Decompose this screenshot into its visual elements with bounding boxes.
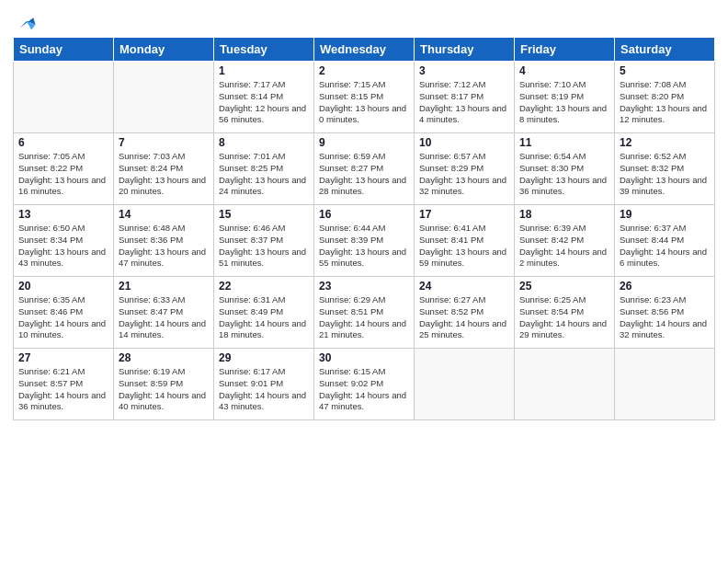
day-number: 24 (419, 280, 509, 293)
calendar-cell (415, 349, 515, 420)
day-number: 7 (119, 136, 209, 149)
day-number: 19 (620, 208, 710, 221)
day-info: Sunrise: 6:31 AM Sunset: 8:49 PM Dayligh… (219, 294, 309, 341)
day-number: 11 (519, 136, 609, 149)
calendar-cell: 21Sunrise: 6:33 AM Sunset: 8:47 PM Dayli… (114, 277, 214, 349)
day-number: 16 (319, 208, 409, 221)
calendar-table: SundayMondayTuesdayWednesdayThursdayFrid… (13, 37, 715, 420)
calendar-cell: 17Sunrise: 6:41 AM Sunset: 8:41 PM Dayli… (415, 205, 515, 277)
day-info: Sunrise: 6:39 AM Sunset: 8:42 PM Dayligh… (519, 223, 609, 270)
logo-icon (17, 11, 37, 31)
calendar-cell: 30Sunrise: 6:15 AM Sunset: 9:02 PM Dayli… (314, 349, 415, 420)
calendar-cell: 6Sunrise: 7:05 AM Sunset: 8:22 PM Daylig… (14, 133, 114, 205)
week-row-2: 13Sunrise: 6:50 AM Sunset: 8:34 PM Dayli… (14, 205, 715, 277)
day-number: 6 (18, 136, 108, 149)
calendar-cell: 13Sunrise: 6:50 AM Sunset: 8:34 PM Dayli… (14, 205, 114, 277)
header-row: SundayMondayTuesdayWednesdayThursdayFrid… (14, 38, 715, 62)
day-number: 27 (18, 351, 108, 364)
calendar-cell: 25Sunrise: 6:25 AM Sunset: 8:54 PM Dayli… (515, 277, 615, 349)
calendar-cell: 27Sunrise: 6:21 AM Sunset: 8:57 PM Dayli… (14, 349, 114, 420)
logo (13, 9, 37, 31)
calendar-cell: 5Sunrise: 7:08 AM Sunset: 8:20 PM Daylig… (615, 62, 715, 133)
day-info: Sunrise: 6:25 AM Sunset: 8:54 PM Dayligh… (519, 294, 609, 341)
day-number: 18 (519, 208, 609, 221)
calendar-cell: 28Sunrise: 6:19 AM Sunset: 8:59 PM Dayli… (114, 349, 214, 420)
day-info: Sunrise: 7:15 AM Sunset: 8:15 PM Dayligh… (319, 79, 409, 126)
day-number: 1 (219, 64, 309, 77)
calendar-cell (114, 62, 214, 133)
header-saturday: Saturday (615, 38, 715, 62)
day-number: 2 (319, 64, 409, 77)
day-number: 17 (419, 208, 509, 221)
day-number: 3 (419, 64, 509, 77)
header-monday: Monday (114, 38, 214, 62)
calendar-cell: 12Sunrise: 6:52 AM Sunset: 8:32 PM Dayli… (615, 133, 715, 205)
calendar-cell: 14Sunrise: 6:48 AM Sunset: 8:36 PM Dayli… (114, 205, 214, 277)
day-info: Sunrise: 7:08 AM Sunset: 8:20 PM Dayligh… (620, 79, 710, 126)
day-number: 5 (620, 64, 710, 77)
header (13, 9, 715, 31)
day-number: 29 (219, 351, 309, 364)
calendar-cell: 11Sunrise: 6:54 AM Sunset: 8:30 PM Dayli… (515, 133, 615, 205)
day-info: Sunrise: 6:29 AM Sunset: 8:51 PM Dayligh… (319, 294, 409, 341)
day-info: Sunrise: 6:44 AM Sunset: 8:39 PM Dayligh… (319, 223, 409, 270)
day-info: Sunrise: 6:46 AM Sunset: 8:37 PM Dayligh… (219, 223, 309, 270)
day-number: 14 (119, 208, 209, 221)
day-info: Sunrise: 6:57 AM Sunset: 8:29 PM Dayligh… (419, 151, 509, 198)
day-number: 12 (620, 136, 710, 149)
day-number: 13 (18, 208, 108, 221)
day-info: Sunrise: 7:17 AM Sunset: 8:14 PM Dayligh… (219, 79, 309, 126)
day-info: Sunrise: 6:33 AM Sunset: 8:47 PM Dayligh… (119, 294, 209, 341)
calendar-cell: 23Sunrise: 6:29 AM Sunset: 8:51 PM Dayli… (314, 277, 415, 349)
day-number: 22 (219, 280, 309, 293)
day-info: Sunrise: 6:35 AM Sunset: 8:46 PM Dayligh… (18, 294, 108, 341)
day-info: Sunrise: 6:17 AM Sunset: 9:01 PM Dayligh… (219, 366, 309, 413)
day-info: Sunrise: 6:59 AM Sunset: 8:27 PM Dayligh… (319, 151, 409, 198)
header-sunday: Sunday (14, 38, 114, 62)
day-info: Sunrise: 6:50 AM Sunset: 8:34 PM Dayligh… (18, 223, 108, 270)
day-info: Sunrise: 6:15 AM Sunset: 9:02 PM Dayligh… (319, 366, 409, 413)
day-info: Sunrise: 6:48 AM Sunset: 8:36 PM Dayligh… (119, 223, 209, 270)
week-row-0: 1Sunrise: 7:17 AM Sunset: 8:14 PM Daylig… (14, 62, 715, 133)
day-number: 10 (419, 136, 509, 149)
day-info: Sunrise: 6:23 AM Sunset: 8:56 PM Dayligh… (620, 294, 710, 341)
page: SundayMondayTuesdayWednesdayThursdayFrid… (0, 0, 728, 563)
calendar-cell: 20Sunrise: 6:35 AM Sunset: 8:46 PM Dayli… (14, 277, 114, 349)
day-info: Sunrise: 6:19 AM Sunset: 8:59 PM Dayligh… (119, 366, 209, 413)
week-row-4: 27Sunrise: 6:21 AM Sunset: 8:57 PM Dayli… (14, 349, 715, 420)
day-number: 20 (18, 280, 108, 293)
calendar-cell: 18Sunrise: 6:39 AM Sunset: 8:42 PM Dayli… (515, 205, 615, 277)
week-row-3: 20Sunrise: 6:35 AM Sunset: 8:46 PM Dayli… (14, 277, 715, 349)
day-info: Sunrise: 6:41 AM Sunset: 8:41 PM Dayligh… (419, 223, 509, 270)
day-info: Sunrise: 7:12 AM Sunset: 8:17 PM Dayligh… (419, 79, 509, 126)
calendar-cell: 4Sunrise: 7:10 AM Sunset: 8:19 PM Daylig… (515, 62, 615, 133)
day-number: 21 (119, 280, 209, 293)
calendar-cell: 3Sunrise: 7:12 AM Sunset: 8:17 PM Daylig… (415, 62, 515, 133)
day-info: Sunrise: 6:27 AM Sunset: 8:52 PM Dayligh… (419, 294, 509, 341)
day-info: Sunrise: 7:01 AM Sunset: 8:25 PM Dayligh… (219, 151, 309, 198)
calendar-cell: 29Sunrise: 6:17 AM Sunset: 9:01 PM Dayli… (214, 349, 314, 420)
day-info: Sunrise: 7:03 AM Sunset: 8:24 PM Dayligh… (119, 151, 209, 198)
day-info: Sunrise: 7:10 AM Sunset: 8:19 PM Dayligh… (519, 79, 609, 126)
calendar-cell: 24Sunrise: 6:27 AM Sunset: 8:52 PM Dayli… (415, 277, 515, 349)
calendar-cell: 16Sunrise: 6:44 AM Sunset: 8:39 PM Dayli… (314, 205, 415, 277)
calendar-cell: 1Sunrise: 7:17 AM Sunset: 8:14 PM Daylig… (214, 62, 314, 133)
calendar-cell (515, 349, 615, 420)
day-number: 15 (219, 208, 309, 221)
day-number: 30 (319, 351, 409, 364)
calendar-cell (14, 62, 114, 133)
day-number: 28 (119, 351, 209, 364)
day-number: 25 (519, 280, 609, 293)
header-friday: Friday (515, 38, 615, 62)
week-row-1: 6Sunrise: 7:05 AM Sunset: 8:22 PM Daylig… (14, 133, 715, 205)
day-number: 8 (219, 136, 309, 149)
header-tuesday: Tuesday (214, 38, 314, 62)
day-info: Sunrise: 6:37 AM Sunset: 8:44 PM Dayligh… (620, 223, 710, 270)
day-number: 26 (620, 280, 710, 293)
header-thursday: Thursday (415, 38, 515, 62)
day-number: 9 (319, 136, 409, 149)
calendar-cell: 8Sunrise: 7:01 AM Sunset: 8:25 PM Daylig… (214, 133, 314, 205)
calendar-cell: 22Sunrise: 6:31 AM Sunset: 8:49 PM Dayli… (214, 277, 314, 349)
day-info: Sunrise: 7:05 AM Sunset: 8:22 PM Dayligh… (18, 151, 108, 198)
calendar-cell: 7Sunrise: 7:03 AM Sunset: 8:24 PM Daylig… (114, 133, 214, 205)
